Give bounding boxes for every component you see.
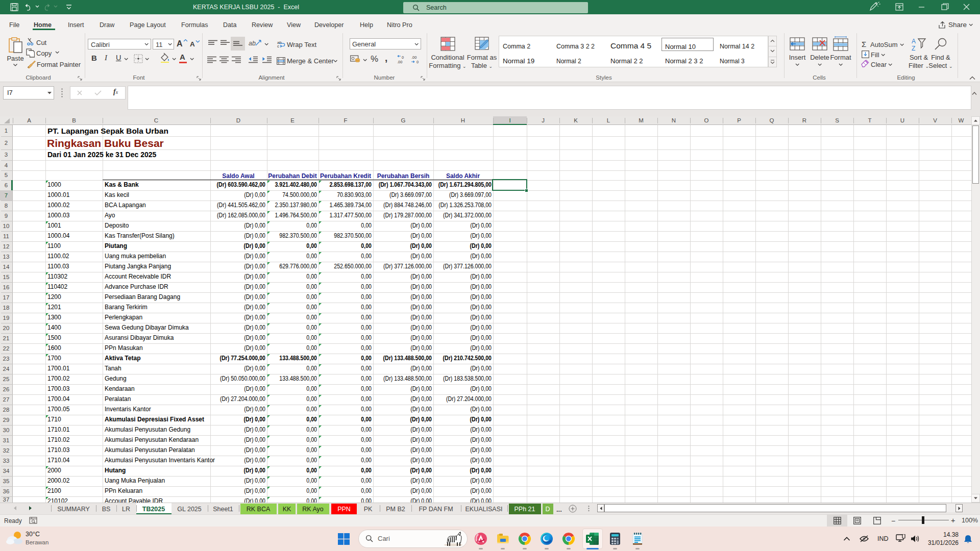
svg-text:0: 0 [402, 55, 404, 60]
svg-text:Z: Z [912, 45, 915, 52]
svg-text:c: c [277, 44, 279, 48]
svg-text:.00: .00 [397, 60, 402, 64]
svg-text:0: 0 [416, 60, 419, 64]
svg-text:.00: .00 [411, 55, 416, 60]
svg-text:A: A [912, 38, 916, 45]
